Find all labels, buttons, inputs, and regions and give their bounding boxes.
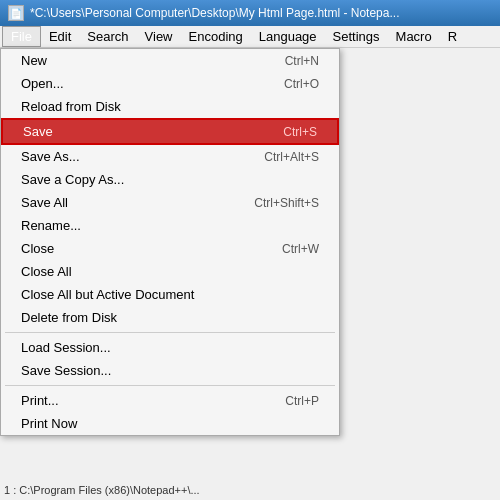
dropdown-item-print-now[interactable]: Print Now [1, 412, 339, 435]
dropdown-item-label: Save Session... [21, 363, 111, 378]
dropdown-item-shortcut: Ctrl+Alt+S [264, 150, 319, 164]
statusbar-text: 1 : C:\Program Files (x86)\Notepad++\... [4, 484, 200, 496]
dropdown-item-new[interactable]: NewCtrl+N [1, 49, 339, 72]
dropdown-item-save[interactable]: SaveCtrl+S [1, 118, 339, 145]
app-window: 📄 *C:\Users\Personal Computer\Desktop\My… [0, 0, 500, 500]
title-bar-text: *C:\Users\Personal Computer\Desktop\My H… [30, 6, 399, 20]
dropdown-item-label: Delete from Disk [21, 310, 117, 325]
dropdown-item-save-a-copy-as---[interactable]: Save a Copy As... [1, 168, 339, 191]
menu-bar: File Edit Search View Encoding Language … [0, 26, 500, 48]
dropdown-item-label: Reload from Disk [21, 99, 121, 114]
dropdown-item-label: Close [21, 241, 54, 256]
dropdown-item-shortcut: Ctrl+P [285, 394, 319, 408]
title-bar: 📄 *C:\Users\Personal Computer\Desktop\My… [0, 0, 500, 26]
menu-settings[interactable]: Settings [325, 27, 388, 46]
menu-search[interactable]: Search [79, 27, 136, 46]
dropdown-item-print---[interactable]: Print...Ctrl+P [1, 389, 339, 412]
dropdown-item-open---[interactable]: Open...Ctrl+O [1, 72, 339, 95]
dropdown-item-close[interactable]: CloseCtrl+W [1, 237, 339, 260]
menu-run[interactable]: R [440, 27, 465, 46]
dropdown-item-shortcut: Ctrl+W [282, 242, 319, 256]
dropdown-item-load-session---[interactable]: Load Session... [1, 336, 339, 359]
dropdown-item-label: Print Now [21, 416, 77, 431]
menu-language[interactable]: Language [251, 27, 325, 46]
dropdown-item-label: Load Session... [21, 340, 111, 355]
dropdown-container: NewCtrl+NOpen...Ctrl+OReload from DiskSa… [0, 48, 500, 500]
dropdown-item-shortcut: Ctrl+S [283, 125, 317, 139]
dropdown-item-shortcut: Ctrl+N [285, 54, 319, 68]
file-dropdown-menu: NewCtrl+NOpen...Ctrl+OReload from DiskSa… [0, 48, 340, 436]
dropdown-item-label: Rename... [21, 218, 81, 233]
dropdown-item-label: Save a Copy As... [21, 172, 124, 187]
dropdown-item-label: New [21, 53, 47, 68]
dropdown-item-save-as---[interactable]: Save As...Ctrl+Alt+S [1, 145, 339, 168]
app-icon: 📄 [8, 5, 24, 21]
dropdown-item-label: Save All [21, 195, 68, 210]
dropdown-item-save-session---[interactable]: Save Session... [1, 359, 339, 382]
dropdown-item-shortcut: Ctrl+Shift+S [254, 196, 319, 210]
dropdown-item-label: Open... [21, 76, 64, 91]
menu-edit[interactable]: Edit [41, 27, 79, 46]
dropdown-item-delete-from-disk[interactable]: Delete from Disk [1, 306, 339, 329]
menu-macro[interactable]: Macro [388, 27, 440, 46]
dropdown-item-close-all[interactable]: Close All [1, 260, 339, 283]
dropdown-item-rename---[interactable]: Rename... [1, 214, 339, 237]
dropdown-item-save-all[interactable]: Save AllCtrl+Shift+S [1, 191, 339, 214]
dropdown-item-label: Save [23, 124, 53, 139]
menu-separator [5, 385, 335, 386]
menu-encoding[interactable]: Encoding [181, 27, 251, 46]
menu-separator [5, 332, 335, 333]
dropdown-item-reload-from-disk[interactable]: Reload from Disk [1, 95, 339, 118]
dropdown-item-shortcut: Ctrl+O [284, 77, 319, 91]
dropdown-item-label: Close All but Active Document [21, 287, 194, 302]
dropdown-item-close-all-but-active-document[interactable]: Close All but Active Document [1, 283, 339, 306]
menu-view[interactable]: View [137, 27, 181, 46]
dropdown-item-label: Print... [21, 393, 59, 408]
status-hint: 1 : C:\Program Files (x86)\Notepad++\... [4, 484, 200, 496]
dropdown-item-label: Close All [21, 264, 72, 279]
menu-file[interactable]: File [2, 26, 41, 47]
dropdown-item-label: Save As... [21, 149, 80, 164]
